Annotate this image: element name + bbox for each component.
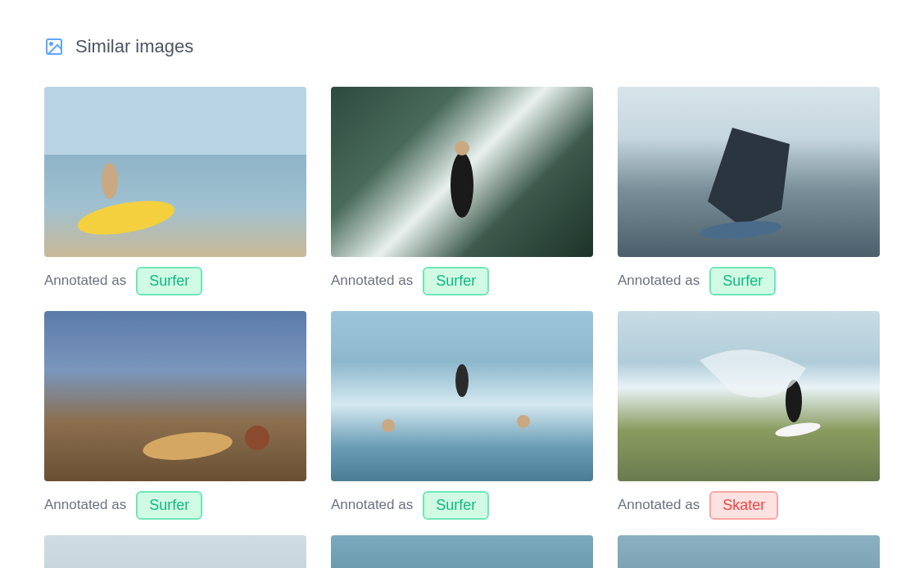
annotation-label: Annotated as bbox=[44, 273, 126, 289]
annotation-label: Annotated as bbox=[618, 497, 700, 513]
image-card[interactable]: Annotated as Surfer bbox=[44, 311, 306, 521]
panel-title: Similar images bbox=[75, 36, 193, 57]
image-thumbnail[interactable] bbox=[44, 311, 306, 481]
svg-point-4 bbox=[451, 152, 473, 218]
image-card[interactable]: Annotated as Skater bbox=[618, 311, 880, 521]
svg-point-10 bbox=[382, 419, 395, 432]
annotation-badge: Surfer bbox=[709, 267, 776, 295]
svg-point-11 bbox=[517, 415, 530, 428]
svg-point-13 bbox=[774, 420, 822, 440]
annotation-badge: Surfer bbox=[423, 491, 489, 520]
annotation-row: Annotated as Skater bbox=[618, 489, 880, 521]
image-thumbnail[interactable] bbox=[44, 535, 306, 568]
image-card[interactable]: Annotated as Surfer bbox=[331, 87, 593, 296]
image-thumbnail[interactable] bbox=[331, 87, 593, 257]
image-card[interactable]: Annotated as Surfer bbox=[331, 311, 593, 521]
image-card[interactable] bbox=[331, 535, 593, 568]
svg-point-7 bbox=[142, 428, 234, 463]
image-thumbnail[interactable] bbox=[331, 535, 593, 568]
annotation-label: Annotated as bbox=[618, 273, 700, 289]
svg-point-6 bbox=[699, 219, 781, 242]
svg-point-8 bbox=[245, 426, 270, 450]
image-card[interactable] bbox=[618, 535, 880, 568]
annotation-badge: Surfer bbox=[136, 491, 202, 520]
annotation-row: Annotated as Surfer bbox=[44, 265, 306, 296]
panel-header: Similar images bbox=[44, 36, 880, 57]
annotation-badge: Surfer bbox=[136, 267, 202, 295]
image-thumbnail[interactable] bbox=[618, 87, 880, 257]
annotation-label: Annotated as bbox=[44, 497, 126, 513]
image-thumbnail[interactable] bbox=[44, 87, 306, 257]
annotation-label: Annotated as bbox=[331, 273, 413, 289]
image-thumbnail[interactable] bbox=[618, 311, 880, 481]
svg-point-2 bbox=[75, 195, 177, 241]
annotation-row: Annotated as Surfer bbox=[44, 489, 306, 521]
svg-point-1 bbox=[50, 43, 52, 45]
annotation-row: Annotated as Surfer bbox=[331, 489, 593, 521]
image-thumbnail[interactable] bbox=[331, 311, 593, 481]
similar-images-panel: Similar images Annotated as Surfer bbox=[0, 0, 924, 568]
image-card[interactable]: Annotated as Surfer bbox=[618, 87, 880, 296]
image-card[interactable] bbox=[44, 535, 306, 568]
annotation-row: Annotated as Surfer bbox=[618, 265, 880, 296]
image-grid: Annotated as Surfer Annotated as Surfer bbox=[44, 87, 880, 568]
image-card[interactable]: Annotated as Surfer bbox=[44, 87, 306, 296]
annotation-row: Annotated as Surfer bbox=[331, 265, 593, 296]
image-icon bbox=[44, 37, 64, 56]
svg-point-5 bbox=[455, 141, 469, 156]
image-thumbnail[interactable] bbox=[618, 535, 880, 568]
svg-point-3 bbox=[102, 163, 118, 199]
annotation-badge: Surfer bbox=[423, 267, 489, 295]
svg-point-9 bbox=[455, 364, 469, 397]
annotation-badge: Skater bbox=[709, 491, 778, 520]
annotation-label: Annotated as bbox=[331, 497, 413, 513]
